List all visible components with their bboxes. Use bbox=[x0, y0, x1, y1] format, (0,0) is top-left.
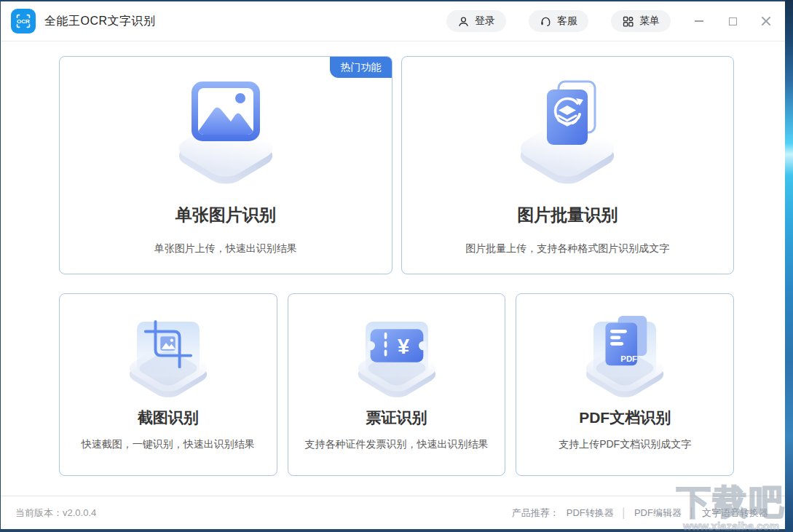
photo-icon bbox=[160, 80, 291, 195]
minimize-button[interactable] bbox=[693, 15, 706, 28]
separator: │ bbox=[621, 507, 627, 518]
card-batch-image-ocr[interactable]: 图片批量识别 图片批量上传，支持各种格式图片识别成文字 bbox=[401, 56, 735, 274]
screen: OCR 全能王OCR文字识别 登录 客服 bbox=[0, 0, 793, 532]
ticket-icon: ¥ bbox=[342, 313, 451, 403]
card-screenshot-ocr[interactable]: 截图识别 快速截图，一键识别，快速出识别结果 bbox=[59, 293, 277, 476]
close-icon bbox=[761, 16, 771, 26]
customer-service-button[interactable]: 客服 bbox=[529, 10, 588, 32]
feature-row-bottom: 截图识别 快速截图，一键识别，快速出识别结果 bbox=[59, 293, 734, 476]
menu-grid-icon bbox=[622, 15, 634, 28]
footer: 当前版本：v2.0.0.4 产品推荐： PDF转换器 │ PDF编辑器 │ 文字… bbox=[1, 496, 786, 529]
card-desc: 支持上传PDF文档识别成文字 bbox=[559, 438, 691, 451]
svg-text:OCR: OCR bbox=[17, 18, 30, 25]
picture-glyph bbox=[190, 80, 261, 143]
window-controls bbox=[693, 15, 773, 28]
crop-glyph bbox=[141, 317, 195, 371]
svg-text:¥: ¥ bbox=[398, 335, 410, 358]
card-title: 截图识别 bbox=[138, 408, 199, 428]
close-button[interactable] bbox=[760, 15, 773, 28]
card-pdf-ocr[interactable]: PDF PDF文档识别 支持上传PDF文档识别成文字 bbox=[516, 293, 734, 476]
menu-label: 菜单 bbox=[639, 15, 660, 28]
card-desc: 支持各种证件发票识别，快速出识别结果 bbox=[305, 438, 489, 451]
card-title: PDF文档识别 bbox=[579, 408, 671, 428]
product-link-pdf-converter[interactable]: PDF转换器 bbox=[567, 507, 614, 520]
maximize-icon bbox=[729, 17, 737, 25]
user-icon bbox=[457, 15, 470, 28]
card-ticket-ocr[interactable]: ¥ 票证识别 支持各种证件发票识别，快速出识别结果 bbox=[288, 293, 506, 476]
ticket-glyph: ¥ bbox=[368, 325, 426, 367]
customer-service-label: 客服 bbox=[557, 15, 577, 28]
recommend-label: 产品推荐： bbox=[512, 507, 559, 520]
card-desc: 图片批量上传，支持各种格式图片识别成文字 bbox=[465, 242, 669, 255]
card-title: 单张图片识别 bbox=[175, 204, 276, 226]
hot-feature-badge: 热门功能 bbox=[330, 56, 392, 78]
app-title: 全能王OCR文字识别 bbox=[44, 14, 156, 29]
product-recommendations: 产品推荐： PDF转换器 │ PDF编辑器 │ 文字语音转换器 bbox=[512, 507, 768, 520]
menu-button[interactable]: 菜单 bbox=[611, 10, 671, 32]
batch-images-icon bbox=[502, 80, 633, 195]
pdf-document-icon: PDF bbox=[570, 313, 679, 403]
desktop-background-strip bbox=[785, 0, 793, 532]
app-window: OCR 全能王OCR文字识别 登录 客服 bbox=[0, 0, 786, 532]
card-desc: 快速截图，一键识别，快速出识别结果 bbox=[82, 438, 255, 451]
product-link-pdf-editor[interactable]: PDF编辑器 bbox=[634, 507, 682, 520]
titlebar: OCR 全能王OCR文字识别 登录 客服 bbox=[1, 1, 786, 41]
batch-glyph bbox=[532, 80, 602, 150]
app-logo-icon: OCR bbox=[11, 9, 36, 33]
card-desc: 单张图片上传，快速出识别结果 bbox=[154, 242, 297, 255]
minimize-icon bbox=[695, 20, 703, 22]
login-label: 登录 bbox=[475, 15, 495, 28]
screenshot-crop-icon bbox=[114, 313, 223, 403]
login-button[interactable]: 登录 bbox=[446, 10, 506, 32]
version-label: 当前版本：v2.0.0.4 bbox=[15, 507, 96, 520]
svg-text:PDF: PDF bbox=[620, 354, 637, 363]
maximize-button[interactable] bbox=[726, 15, 739, 28]
headset-icon bbox=[540, 15, 552, 28]
card-title: 票证识别 bbox=[366, 408, 427, 428]
feature-row-top: 热门功能 单张 bbox=[59, 56, 734, 274]
separator: │ bbox=[689, 507, 695, 518]
pdf-glyph: PDF bbox=[599, 314, 651, 370]
product-link-tts-converter[interactable]: 文字语音转换器 bbox=[702, 507, 768, 520]
card-single-image-ocr[interactable]: 热门功能 单张 bbox=[59, 56, 392, 274]
card-title: 图片批量识别 bbox=[517, 204, 618, 226]
main-content: 热门功能 单张 bbox=[1, 41, 786, 496]
